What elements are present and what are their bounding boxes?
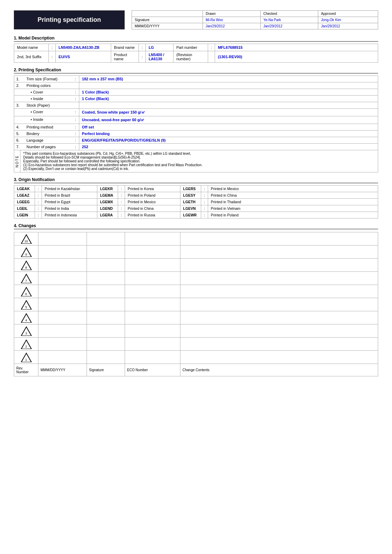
section3-title: 3. Origin Notification [14,177,378,183]
approved-date: Jan/29/2012 [318,23,378,29]
footer-rev-number: Rev. Number [14,364,38,376]
table-row: 1 [14,351,378,364]
table-row: 2 [14,338,378,351]
rev-cell-1: 1 [14,351,38,364]
table-row: 3 [14,324,378,338]
date-label: MMM/DD/YYYY [132,23,203,29]
rev-cell-6: 6 [14,285,38,298]
footer-eco-number: ECO Number [125,364,180,376]
part-number-value: MFL67688515 [215,44,378,51]
note-content: *This part contains Eco-hazardous substa… [20,150,378,172]
table-row: 5 [14,298,378,311]
rev-cell-3: 3 [14,324,38,338]
section1-title: 1. Model Description [14,36,378,42]
note-side-label: NOTE [14,150,20,172]
header: Printing specification Drawn Checked App… [14,10,378,29]
rev-cell-9: 9 [14,245,38,259]
section4-title: 4. Changes [14,223,378,229]
brand-name-value: LG [146,44,173,51]
checked-signature: Ye-Na Park [260,17,318,23]
table-row: 7 [14,272,378,285]
rev-cell-10: 10 [14,232,38,245]
suffix-label: 2nd, 3rd Suffix [14,51,49,63]
rev-cell-7: 7 [14,272,38,285]
model-name-label: Model name [14,44,49,51]
approval-table: Drawn Checked Approved Signature Mi-Ra W… [132,10,378,29]
rev-cell-4: 4 [14,311,38,324]
table-row: 4 [14,311,378,324]
brand-name-label: Brand name [111,44,139,51]
product-name-value: LN5400 / LA6130 [146,51,173,63]
rev-cell-2: 2 [14,338,38,351]
rev-cell-5: 5 [14,298,38,311]
signature-label: Signature [132,17,203,23]
section2-title: 2. Printing Specification [14,68,378,73]
table-row: 10 [14,232,378,245]
footer-date: MMM/DD/YYYY [38,364,87,376]
approved-signature: Jong-Ok Kim [318,17,378,23]
origin-table: LGEAK : Printed in Kazakhstan LGEKR : Pr… [14,185,378,218]
table-row: 6 [14,285,378,298]
changes-table: 10 9 [14,232,378,376]
footer-signature: Signature [87,364,125,376]
revision-label: (Revision number) [173,51,208,63]
drawn-date: Jan/29/2012 [203,23,260,29]
approved-header: Approved [318,11,378,17]
changes-footer-row: Rev. Number MMM/DD/YYYY Signature ECO Nu… [14,364,378,376]
drawn-signature: Mi-Ra Woo [203,17,260,23]
checked-header: Checked [260,11,318,17]
checked-date: Jan/29/2012 [260,23,318,29]
model-name-value: LN5400-ZA/LA6130-ZB [56,44,111,51]
revision-value: (1301-REV00) [215,51,378,63]
changes-section: 10 9 [14,232,378,376]
part-number-label: Part number [173,44,208,51]
footer-change-contents: Change Contents [180,364,378,376]
drawn-header: Drawn [203,11,260,17]
table-row: 8 [14,259,378,272]
document-title: Printing specification [14,10,125,29]
note-box: NOTE *This part contains Eco-hazardous s… [14,150,378,172]
model-table: Model name : LN5400-ZA/LA6130-ZB Brand n… [14,44,378,63]
product-name-label: Product name [111,51,139,63]
spec-table: 1. Trim size (Format) : 182 mm x 257 mm … [14,75,378,150]
rev-cell-8: 8 [14,259,38,272]
suffix-value: EU/VS [56,51,111,63]
table-row: 9 [14,245,378,259]
